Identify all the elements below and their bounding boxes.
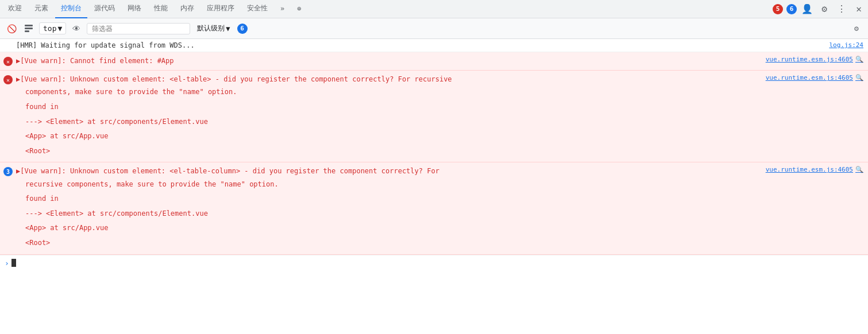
error-3-link[interactable]: vue.runtime.esm.js:4605 🔍 [766, 166, 863, 173]
error-2-detail3: <App> at src/App.vue [16, 129, 863, 144]
error-2-detail1: found in [16, 100, 863, 115]
tab-bar-right: 5 6 👤 ⚙ ⋮ ✕ [773, 2, 866, 16]
error-badge-icon: 6 [237, 24, 248, 34]
log-line-hmr: [HMR] Waiting for update signal from WDS… [0, 39, 868, 52]
console-settings-button[interactable]: ⚙ [850, 22, 863, 36]
user-icon[interactable]: 👤 [800, 2, 814, 16]
error-3-detail4: <Root> [16, 236, 863, 251]
hmr-source-link[interactable]: log.js:24 [829, 41, 863, 49]
error-3-detail3: <App> at src/App.vue [16, 221, 863, 236]
eye-icon[interactable]: 👁 [70, 22, 83, 36]
tab-more[interactable]: » [275, 0, 290, 18]
level-dropdown-icon: ▼ [226, 25, 230, 33]
error-3-link-text: vue.runtime.esm.js:4605 [766, 166, 853, 173]
error-row-3: 3 ▶[Vue warn]: Unknown custom element: <… [0, 162, 868, 254]
search-icon-3: 🔍 [855, 166, 863, 173]
more-icon[interactable]: ⋮ [835, 2, 848, 16]
error-2-link[interactable]: vue.runtime.esm.js:4605 🔍 [766, 74, 863, 81]
error-2-link-text: vue.runtime.esm.js:4605 [766, 74, 853, 81]
search-icon-1: 🔍 [855, 56, 863, 63]
tab-memory[interactable]: 内存 [175, 0, 200, 18]
level-label: 默认级别 [197, 24, 225, 33]
settings-icon[interactable]: ⚙ [817, 2, 831, 16]
error-2-message-line1: ▶[Vue warn]: Unknown custom element: <el… [16, 74, 761, 85]
filter-input[interactable] [87, 23, 190, 34]
svg-rect-2 [25, 30, 29, 32]
error-3-line2: recursive components, make sure to provi… [16, 177, 863, 192]
tab-bar: 欢迎 元素 控制台 源代码 网络 性能 内存 应用程序 安全性 » ⊕ 5 6 … [0, 0, 868, 18]
console-toolbar: 🚫 top ▼ 👁 默认级别 ▼ 6 ⚙ [0, 18, 868, 39]
tab-performance[interactable]: 性能 [148, 0, 173, 18]
error-1-link-text: vue.runtime.esm.js:4605 [766, 56, 853, 63]
log-level-selector[interactable]: 默认级别 ▼ [194, 22, 233, 34]
error-1-link[interactable]: vue.runtime.esm.js:4605 🔍 [766, 56, 863, 63]
error-3-message-line1: ▶[Vue warn]: Unknown custom element: <el… [16, 166, 761, 177]
tab-network[interactable]: 网络 [122, 0, 147, 18]
tab-elements[interactable]: 元素 [29, 0, 54, 18]
console-error-count: 6 [237, 24, 248, 34]
tab-application[interactable]: 应用程序 [201, 0, 240, 18]
tab-add[interactable]: ⊕ [291, 0, 307, 18]
dropdown-arrow-icon: ▼ [57, 24, 62, 33]
error-3-detail2: ---> <Element> at src/components/Element… [16, 207, 863, 222]
hmr-message: [HMR] Waiting for update signal from WDS… [16, 41, 824, 49]
show-console-button[interactable] [22, 22, 36, 36]
top-frame-selector[interactable]: top ▼ [39, 22, 66, 34]
tab-console[interactable]: 控制台 [55, 0, 87, 18]
error-row-3-header: ▶[Vue warn]: Unknown custom element: <el… [16, 166, 863, 177]
warning-count-badge: 6 [786, 4, 797, 14]
error-row-1: ✕ ▶[Vue warn]: Cannot find element: #App… [0, 52, 868, 71]
error-row-2: ✕ ▶[Vue warn]: Unknown custom element: <… [0, 71, 868, 162]
error-badge-1: ✕ [3, 57, 13, 66]
close-icon[interactable]: ✕ [852, 2, 866, 16]
tab-welcome[interactable]: 欢迎 [2, 0, 28, 18]
tab-security[interactable]: 安全性 [241, 0, 273, 18]
console-output: [HMR] Waiting for update signal from WDS… [0, 39, 868, 334]
error-2-line2: components, make sure to provide the "na… [16, 85, 863, 100]
error-2-detail2: ---> <Element> at src/components/Element… [16, 115, 863, 130]
svg-rect-0 [25, 25, 33, 26]
error-row-1-content: ▶[Vue warn]: Cannot find element: #App v… [16, 56, 863, 67]
error-badge-2: ✕ [3, 75, 13, 84]
error-badge-3: 3 [3, 167, 13, 176]
toolbar-right: ⚙ [850, 22, 863, 36]
error-3-detail1: found in [16, 192, 863, 207]
error-count-badge: 5 [773, 4, 783, 14]
error-1-message: ▶[Vue warn]: Cannot find element: #App [16, 56, 761, 67]
svg-rect-1 [25, 28, 33, 29]
clear-console-button[interactable]: 🚫 [5, 22, 18, 36]
top-frame-label: top [43, 24, 56, 33]
error-2-detail4: <Root> [16, 144, 863, 159]
tab-sources[interactable]: 源代码 [88, 0, 121, 18]
console-prompt[interactable]: › [0, 255, 868, 271]
error-row-2-header: ▶[Vue warn]: Unknown custom element: <el… [16, 74, 863, 85]
prompt-cursor [11, 259, 16, 267]
prompt-arrow-icon: › [5, 259, 9, 267]
search-icon-2: 🔍 [855, 74, 863, 81]
